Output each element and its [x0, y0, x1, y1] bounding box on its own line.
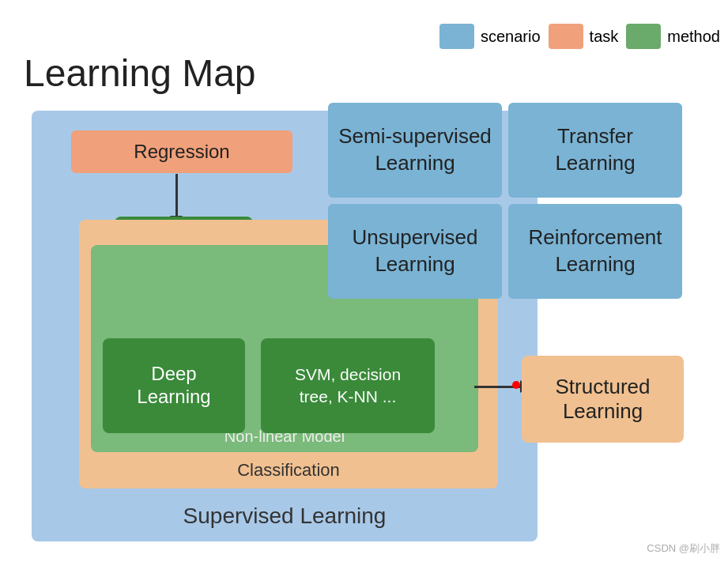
svm-label: SVM, decisiontree, K-NN ...	[295, 364, 401, 409]
legend: scenario task method	[439, 24, 720, 49]
transfer-learning-cell: TransferLearning	[508, 103, 682, 198]
deep-learning-box: DeepLearning	[103, 338, 245, 433]
page-title: Learning Map	[24, 51, 256, 95]
reinforcement-label: ReinforcementLearning	[528, 224, 662, 278]
reinforcement-cell: ReinforcementLearning	[508, 204, 682, 299]
scenario-grid: Semi-supervisedLearning TransferLearning…	[328, 103, 682, 299]
legend-method: method	[626, 24, 720, 49]
method-icon	[626, 24, 661, 49]
regression-label: Regression	[134, 141, 229, 163]
structured-learning-box: StructuredLearning	[522, 356, 684, 443]
classification-label: Classification	[237, 460, 340, 481]
transfer-learning-label: TransferLearning	[555, 123, 635, 177]
scenario-label: scenario	[481, 28, 541, 46]
legend-task: task	[549, 24, 619, 49]
scenario-icon	[439, 24, 474, 49]
structured-label: StructuredLearning	[556, 375, 651, 424]
supervised-label: Supervised Learning	[183, 504, 387, 529]
semi-supervised-cell: Semi-supervisedLearning	[328, 103, 502, 198]
task-icon	[549, 24, 583, 49]
task-label: task	[590, 28, 619, 46]
method-label: method	[667, 28, 720, 46]
svm-box: SVM, decisiontree, K-NN ...	[261, 338, 435, 433]
watermark: CSDN @刷小胖	[647, 541, 720, 556]
semi-supervised-label: Semi-supervisedLearning	[338, 123, 492, 177]
arrow-regression-to-linear	[175, 174, 178, 217]
arrow-dot	[512, 381, 520, 389]
regression-box: Regression	[71, 130, 292, 173]
unsupervised-cell: UnsupervisedLearning	[328, 204, 502, 299]
legend-scenario: scenario	[439, 24, 541, 49]
unsupervised-label: UnsupervisedLearning	[353, 224, 478, 278]
deep-learning-label: DeepLearning	[137, 363, 210, 409]
